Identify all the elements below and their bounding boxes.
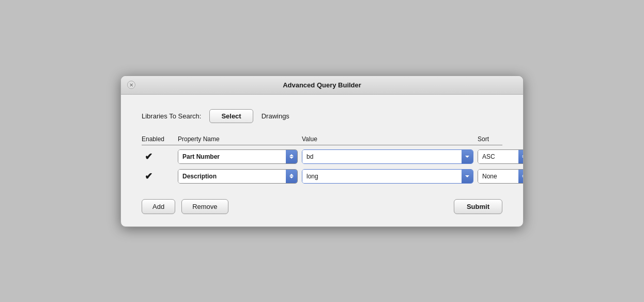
- table-rows: ✔ Part Number: [142, 149, 502, 184]
- value-field-2[interactable]: [302, 169, 473, 184]
- footer-left: Add Remove: [142, 199, 228, 214]
- sort-stepper-icon-2: [522, 174, 524, 178]
- sort-stepper-icon-1: [522, 154, 524, 159]
- sort-combo-1[interactable]: ASC: [478, 149, 524, 164]
- value-input-1[interactable]: [302, 150, 462, 163]
- remove-button[interactable]: Remove: [181, 199, 228, 214]
- value-arrow-1[interactable]: [462, 150, 473, 163]
- sort-arrow-2[interactable]: [518, 170, 524, 183]
- close-button[interactable]: ✕: [127, 81, 135, 89]
- property-name-label-2: Description: [178, 170, 286, 183]
- property-name-combo-2[interactable]: Description: [178, 169, 298, 184]
- enabled-checkbox-1[interactable]: ✔: [142, 151, 178, 162]
- stepper-icon-1: [289, 154, 294, 159]
- libraries-row: Libraries To Search: Select Drawings: [142, 109, 502, 123]
- sort-label-1: ASC: [478, 150, 518, 163]
- sort-arrow-1[interactable]: [518, 150, 524, 163]
- enabled-checkbox-2[interactable]: ✔: [142, 171, 178, 182]
- value-input-2[interactable]: [302, 170, 462, 183]
- sort-combo-2[interactable]: None: [478, 169, 524, 184]
- col-value: Value: [302, 135, 478, 143]
- checkmark-icon-1: ✔: [145, 151, 152, 162]
- submit-button[interactable]: Submit: [454, 199, 502, 214]
- checkmark-icon-2: ✔: [145, 171, 152, 182]
- stepper-icon-2: [289, 174, 294, 178]
- libraries-label: Libraries To Search:: [142, 112, 201, 120]
- value-stepper-icon-2: [465, 175, 469, 177]
- property-name-combo-1[interactable]: Part Number: [178, 149, 298, 164]
- title-bar: ✕ Advanced Query Builder: [121, 76, 523, 95]
- property-name-arrow-2[interactable]: [286, 170, 297, 183]
- sort-label-2: None: [478, 170, 518, 183]
- value-arrow-2[interactable]: [462, 170, 473, 183]
- drawings-text: Drawings: [262, 112, 289, 120]
- add-button[interactable]: Add: [142, 199, 175, 214]
- footer-row: Add Remove Submit: [142, 199, 502, 214]
- main-window: ✕ Advanced Query Builder Libraries To Se…: [120, 76, 524, 227]
- property-name-arrow-1[interactable]: [286, 150, 297, 163]
- window-title: Advanced Query Builder: [283, 81, 361, 89]
- col-enabled: Enabled: [142, 135, 178, 143]
- table-row: ✔ Part Number: [142, 149, 502, 164]
- table-header: Enabled Property Name Value Sort Operato…: [142, 135, 502, 145]
- value-field-1[interactable]: [302, 149, 473, 164]
- col-property-name: Property Name: [178, 135, 302, 143]
- col-sort: Sort: [478, 135, 524, 143]
- table-row: ✔ Description: [142, 169, 502, 184]
- value-stepper-icon-1: [465, 156, 469, 158]
- content-area: Libraries To Search: Select Drawings Ena…: [121, 95, 523, 226]
- select-button[interactable]: Select: [209, 109, 253, 123]
- property-name-label-1: Part Number: [178, 150, 286, 163]
